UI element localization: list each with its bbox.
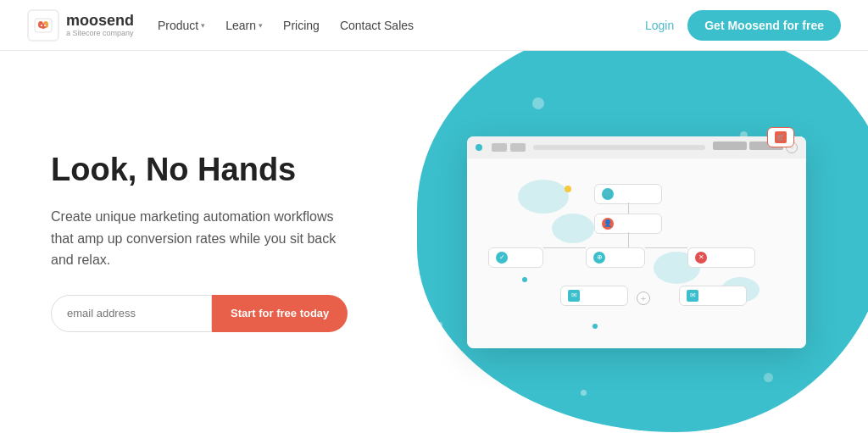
nav-left: moosend a Sitecore company Product ▾ Lea… (27, 9, 414, 42)
wf-icon-person: 👤 (602, 218, 614, 230)
svg-point-4 (41, 25, 42, 26)
wf-node-3-left: ✓ (488, 247, 543, 268)
hero-form: Start for free today (51, 295, 407, 332)
deco-dot-4 (581, 390, 587, 396)
email-input[interactable] (51, 295, 212, 332)
browser-control-1 (492, 143, 507, 152)
yellow-dot-1 (565, 186, 571, 192)
logo-name: moosend (66, 13, 134, 30)
nav-learn[interactable]: Learn ▾ (225, 19, 263, 32)
browser-control-2 (510, 143, 526, 152)
hero-section: Look, No Hands Create unique marketing a… (0, 51, 868, 433)
start-button[interactable]: Start for free today (212, 295, 348, 332)
browser-content: 🛒 👤 ✓ ⊕ ✕ (467, 158, 806, 348)
wf-icon-basket-1: 🛒 (602, 188, 614, 200)
browser-dot-1 (476, 144, 482, 151)
wf-node-2: 👤 (594, 214, 662, 234)
hero-description: Create unique marketing automation workf… (51, 206, 356, 271)
hero-title: Look, No Hands (51, 152, 407, 189)
browser-controls (492, 143, 526, 152)
browser-btn-1 (713, 142, 747, 150)
wf-icon-email-left: ✉ (568, 290, 580, 302)
login-button[interactable]: Login (645, 19, 674, 32)
nav-product[interactable]: Product ▾ (158, 19, 205, 32)
logo[interactable]: moosend a Sitecore company (27, 9, 134, 42)
learn-arrow-icon: ▾ (259, 21, 263, 30)
svg-point-5 (44, 25, 46, 26)
deco-dot-5 (437, 322, 442, 327)
browser-mockup: ○ 🛒 (467, 136, 806, 348)
nav-right: Login Get Moosend for free (645, 10, 841, 41)
browser-bar: ○ (467, 136, 806, 158)
wf-node-3-right: ✕ (687, 247, 755, 268)
nav-links: Product ▾ Learn ▾ Pricing Contact Sales (158, 19, 414, 32)
logo-text: moosend a Sitecore company (66, 13, 134, 38)
hero-illustration: ○ 🛒 (407, 51, 841, 433)
wf-icon-check-left: ✓ (496, 252, 508, 264)
product-arrow-icon: ▾ (201, 21, 205, 30)
wf-icon-email-right: ✉ (687, 290, 698, 302)
nav-contact[interactable]: Contact Sales (340, 19, 414, 32)
wf-plus-icon: + (637, 291, 650, 305)
wf-node-3-mid: ⊕ (586, 247, 645, 268)
wf-line-3 (543, 247, 586, 248)
teal-dot-2 (593, 324, 598, 329)
wf-line-4 (645, 247, 687, 248)
float-icon-basket: 🛒 (775, 131, 787, 143)
wf-line-2 (628, 232, 629, 247)
navbar: moosend a Sitecore company Product ▾ Lea… (0, 0, 868, 51)
deco-dot-1 (532, 97, 544, 109)
logo-icon (27, 9, 59, 42)
logo-sub: a Sitecore company (66, 29, 134, 37)
teal-dot-1 (522, 277, 527, 282)
get-moosend-button[interactable]: Get Moosend for free (687, 10, 841, 41)
wf-blob-2 (552, 214, 594, 243)
hero-content: Look, No Hands Create unique marketing a… (51, 152, 407, 331)
browser-address-bar (533, 145, 705, 150)
wf-icon-clock: ⊕ (593, 252, 605, 264)
deco-dot-3 (764, 373, 773, 382)
float-node-1: 🛒 (767, 127, 794, 147)
wf-icon-x: ✕ (695, 252, 707, 264)
wf-node-4-right: ✉ (679, 286, 747, 306)
wf-node-1: 🛒 (594, 184, 662, 204)
workflow-diagram: 🛒 👤 ✓ ⊕ ✕ (476, 167, 798, 340)
wf-node-4-left: ✉ (560, 286, 628, 306)
wf-line-1 (628, 203, 629, 214)
wf-blob-1 (518, 180, 569, 214)
nav-pricing[interactable]: Pricing (283, 19, 320, 32)
svg-point-3 (41, 24, 46, 29)
